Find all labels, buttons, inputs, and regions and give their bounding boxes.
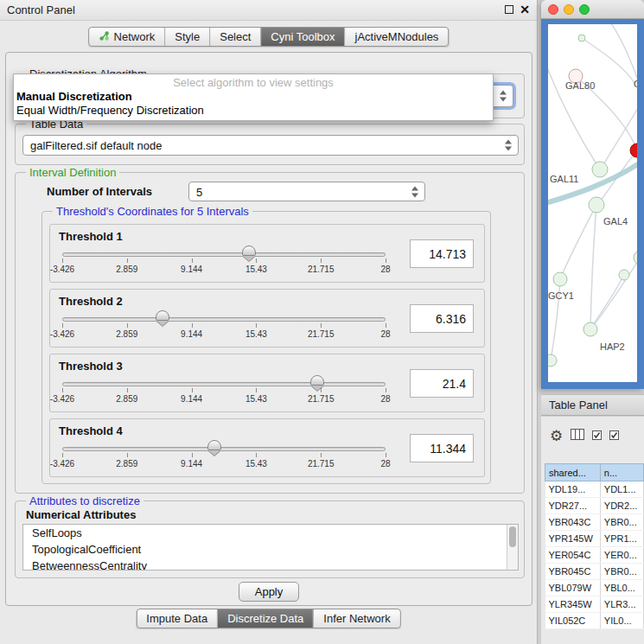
threshold-4-value-field[interactable]: 11.344 [410, 434, 474, 462]
attribute-list-item[interactable]: TopologicalCoefficient [23, 541, 518, 558]
list-scrollbar-thumb[interactable] [509, 526, 516, 547]
table-cell[interactable]: YBR0... [600, 514, 643, 531]
table-cell[interactable]: YLR345W [545, 596, 601, 613]
network-node[interactable] [583, 322, 597, 336]
threshold-2-value-field[interactable]: 6.316 [410, 304, 474, 333]
table-cell[interactable]: YBL079W [545, 580, 601, 596]
column-header-name[interactable]: n... [600, 464, 643, 481]
interval-definition-group: Interval Definition Number of Intervals … [15, 172, 525, 494]
tab-impute-data-label: Impute Data [146, 612, 207, 625]
network-node[interactable] [592, 162, 608, 177]
network-node[interactable] [619, 270, 629, 280]
tab-infer-network[interactable]: Infer Network [313, 609, 399, 628]
dropdown-option-equal-width-frequency[interactable]: Equal Width/Frequency Discretization [14, 104, 493, 118]
apply-button[interactable]: Apply [239, 582, 299, 602]
table-cell[interactable]: YDL1... [600, 481, 643, 498]
table-row[interactable]: YIL052CYIL0... [545, 613, 644, 629]
table-cell[interactable]: YIL052C [545, 613, 601, 629]
tab-impute-data[interactable]: Impute Data [137, 609, 217, 628]
close-traffic-light[interactable] [548, 4, 558, 15]
table-cell[interactable]: YBR0... [600, 564, 643, 580]
threshold-1-slider[interactable]: -3.4262.8599.14415.4321.71528 [62, 245, 386, 280]
close-icon[interactable]: ✕ [520, 3, 530, 16]
table-cell[interactable]: YLR3... [600, 596, 643, 613]
threshold-3-value-field[interactable]: 21.4 [410, 369, 474, 398]
tab-select[interactable]: Select [209, 28, 260, 46]
table-row[interactable]: YBR045CYBR0... [545, 564, 644, 580]
threshold-4-slider[interactable]: -3.4262.8599.14415.4321.71528 [62, 440, 386, 475]
table-cell[interactable]: YIL0... [600, 613, 643, 629]
tab-jactivemnodules[interactable]: jActiveMNodules [345, 28, 449, 46]
table-cell[interactable]: YBR043C [545, 514, 601, 531]
table-data-select[interactable]: galFiltered.sif default node [22, 135, 519, 156]
tab-select-label: Select [220, 30, 251, 43]
threshold-3-box: Threshold 3 -3.4262.8599.14415.4321.7152… [49, 354, 485, 412]
table-cell[interactable]: YDR2... [600, 498, 643, 514]
slider-thumb[interactable] [310, 375, 324, 386]
table-cell[interactable]: YER0... [600, 547, 643, 564]
slider-scale-label: 21.715 [308, 394, 335, 404]
thresholds-group: Threshold's Coordinates for 5 Intervals … [41, 211, 491, 484]
select-all-checkbox-icon[interactable] [592, 428, 602, 443]
number-of-intervals-select[interactable]: 5 [188, 182, 425, 201]
column-header-shared-name[interactable]: shared... [545, 464, 601, 481]
table-cell[interactable]: YBR045C [545, 564, 601, 580]
network-node[interactable] [630, 143, 637, 157]
table-row[interactable]: YDL19...YDL1... [545, 481, 644, 498]
network-node[interactable] [578, 35, 585, 41]
tab-network[interactable]: Network [89, 28, 165, 46]
threshold-2-slider[interactable]: -3.4262.8599.14415.4321.71528 [62, 310, 386, 345]
tab-style[interactable]: Style [164, 28, 209, 46]
table-cell[interactable]: YDR27... [545, 498, 601, 514]
table-row[interactable]: YBR043CYBR0... [545, 514, 644, 531]
table-row[interactable]: YBL079WYBL0... [545, 580, 644, 596]
attributes-group-title: Attributes to discretize [26, 494, 143, 507]
table-row[interactable]: YER054CYER0... [545, 547, 644, 564]
combo-arrows-icon [500, 91, 507, 102]
slider-track[interactable] [62, 317, 386, 322]
slider-scale-label: 28 [380, 459, 390, 469]
network-node[interactable] [589, 197, 604, 213]
table-row[interactable]: YLR345WYLR3... [545, 596, 644, 613]
numerical-attributes-list[interactable]: SelfLoopsTopologicalCoefficientBetweenne… [22, 524, 519, 571]
slider-track[interactable] [62, 252, 386, 257]
slider-tick [62, 323, 63, 328]
slider-track[interactable] [62, 382, 386, 386]
table-panel: ⚙ [541, 417, 644, 644]
table-cell[interactable]: YDL19... [545, 481, 601, 498]
columns-icon[interactable] [571, 428, 584, 443]
slider-thumb[interactable] [156, 310, 169, 321]
slider-thumb[interactable] [207, 440, 221, 450]
network-node[interactable] [548, 354, 557, 367]
slider-tick [256, 453, 257, 457]
gear-icon[interactable]: ⚙ [550, 429, 563, 443]
threshold-1-value-field[interactable]: 14.713 [410, 239, 474, 268]
network-node[interactable] [553, 272, 567, 286]
table-cell[interactable]: YPR145W [545, 531, 601, 547]
attribute-list-item[interactable]: BetweennessCentrality [23, 558, 518, 571]
table-cell[interactable]: YBL0... [600, 580, 643, 596]
threshold-3-slider[interactable]: -3.4262.8599.14415.4321.71528 [62, 375, 386, 410]
number-of-intervals-value: 5 [196, 185, 202, 198]
threshold-2-label: Threshold 2 [59, 295, 123, 308]
table-row[interactable]: YPR145WYPR1... [545, 531, 644, 547]
slider-thumb[interactable] [242, 245, 256, 256]
tab-discretize-data[interactable]: Discretize Data [217, 609, 313, 628]
slider-tick [192, 453, 193, 457]
minimize-traffic-light[interactable] [564, 4, 574, 15]
table-cell[interactable]: YER054C [545, 547, 601, 564]
table-cell[interactable]: YPR1... [600, 531, 643, 547]
unselect-checkbox-icon[interactable] [609, 428, 619, 443]
list-scrollbar[interactable] [507, 525, 518, 570]
dropdown-option-manual-discretization[interactable]: Manual Discretization [14, 90, 493, 104]
slider-track[interactable] [62, 447, 386, 451]
network-node[interactable] [634, 251, 637, 265]
tab-cyni-toolbox[interactable]: Cyni Toolbox [260, 28, 344, 46]
float-window-icon[interactable] [505, 5, 513, 14]
network-canvas[interactable]: GAL80GAGAL11GAL4GCY1HAP2 [548, 24, 637, 382]
network-edges [548, 24, 637, 360]
attribute-list-item[interactable]: SelfLoops [23, 525, 518, 541]
table-row[interactable]: YDR27...YDR2... [545, 498, 644, 514]
control-panel: Control Panel ✕ Network Style [0, 0, 538, 644]
zoom-traffic-light[interactable] [579, 4, 590, 15]
